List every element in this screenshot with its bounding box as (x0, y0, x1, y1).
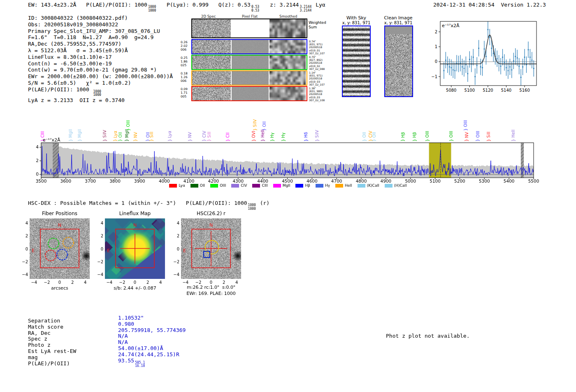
match-value-7: 93.55505.116.18 (118, 358, 186, 368)
data-point (444, 70, 445, 71)
line-label-oii: OII{ (118, 132, 123, 142)
legend-swatch (316, 184, 323, 188)
col-header-pixelflat: Pixel Flat (242, 14, 258, 19)
cutout-2-ytick: 0 (170, 246, 179, 251)
spectrum-xtick: 4300 (232, 179, 244, 183)
cutout-1-ytick: 4 (94, 221, 103, 225)
line-label-ovi: OVI{ (252, 131, 256, 142)
match-label-2: RA, Dec (28, 330, 76, 336)
legend-swatch (252, 184, 260, 188)
legend-swatch (358, 184, 365, 188)
legend-item-Hβ: Hβ (295, 183, 310, 188)
legend-item-OII: OII (190, 183, 205, 188)
data-point (520, 77, 522, 78)
line-label-hγ: Hγ{ (281, 132, 286, 142)
match-label-3: Spec z (28, 336, 76, 342)
cutout-1-xtick: 4 (159, 280, 162, 285)
line-label-oiii: OIII{ (449, 131, 453, 142)
info-line-12: LyA z = 3.2133 OII z = 0.3740 (28, 97, 173, 104)
spectrum-xtick: 3500 (36, 179, 47, 183)
gaussian-fit-curve (440, 35, 537, 64)
qz-value: Q(z): 0.53 (218, 2, 251, 8)
fiber-2d-row-3: 0.09 1.71 0051.38" (831, 980) 20200518 v… (191, 86, 307, 101)
data-point (473, 57, 474, 58)
data-point (447, 64, 448, 65)
data-point (504, 62, 505, 63)
line-label-siiv: SiIV{ (103, 130, 107, 142)
data-point (489, 37, 490, 38)
line-label-hγ: Hγ{ (270, 132, 274, 142)
legend-swatch (335, 184, 343, 188)
data-point (478, 48, 479, 49)
spectrum-xtick: 5400 (504, 179, 515, 183)
info-line-11: P(LAE)/P(OII): 1000 10001000 (28, 86, 173, 97)
line-label-nv: NV{ (134, 132, 138, 142)
line-label-civ: CIV{ (369, 131, 373, 142)
spectrum-xtick: 4700 (331, 179, 342, 183)
cutout-0-ytick: 0 (19, 246, 28, 251)
fiber-row-1-img-2 (269, 56, 306, 69)
fiber-2d-row-1: 0.25 1.86 0250.79" (827, 892) 20200518 v… (191, 55, 307, 70)
legend-swatch (231, 184, 239, 188)
data-point (515, 56, 516, 57)
data-point (522, 66, 523, 67)
data-point (453, 70, 454, 71)
weighted-sum-label: Weighted Sum (309, 21, 332, 29)
cutout-2-xtick: −2 (195, 280, 202, 285)
line-label-oii: OII{ (362, 132, 367, 142)
spectrum-xtick: 5000 (405, 179, 416, 183)
match-label-4: Photo z (28, 342, 76, 348)
full-spectrum-svg (36, 142, 540, 181)
fiber-row-3-img-1 (232, 87, 269, 100)
spectrum-xtick: 4200 (208, 179, 219, 183)
data-point (476, 65, 478, 66)
match-label-7: P(LAE)/P(OII) (28, 361, 76, 367)
cutout-1-ytick: −4 (94, 272, 103, 276)
line-label-hβ: Hβ{ (401, 132, 405, 142)
fiber-row-0-img-1 (232, 40, 269, 53)
cutout-0-xtick: 2 (71, 280, 74, 285)
data-point (533, 68, 534, 69)
fiber-row-3-meta: 1.38" (831, 980) 20200518 v019_03 307_LU… (309, 87, 335, 102)
line-label-nv: NV{ (465, 132, 469, 142)
legend-item-HeII: HeII (335, 183, 352, 188)
fiber-row-2-weights: 0.18 1.26 006 (181, 72, 190, 83)
cutout-1-ytick: 0 (94, 246, 103, 251)
line-label-oiii: OIII{ (476, 131, 480, 142)
hscdex-text: HSC-DEX : Possible Matches = 1 (within +… (28, 200, 176, 206)
info-line-8: Cont(w) = 9.70(±0.00)e-21 (gmag 29.08 *) (28, 67, 173, 73)
info-line-9: EWr = 2000.00(±280.00) (w: 2000.00(±280.… (28, 73, 173, 80)
fiber-xlabel: arcsecs (51, 285, 68, 291)
hscdex-band: (r) (260, 200, 269, 206)
fit-xtick: 5100 (465, 88, 475, 93)
spectrum-xtick: 3700 (85, 179, 96, 183)
col-header-2dspec: 2D Spec (201, 14, 216, 19)
plae-value: P(LAE)/P(OII): 1000 (86, 2, 147, 8)
data-point (456, 63, 458, 64)
fiber-row-1-img-1 (232, 56, 269, 69)
hscdex-fraction: 10001000 (248, 204, 256, 211)
data-point (511, 70, 513, 71)
spectrum-xtick: 4600 (307, 179, 318, 183)
legend-swatch (190, 184, 198, 188)
clean-image (384, 26, 413, 97)
line-label-oii: OII{ (262, 121, 267, 131)
hscdex-summary: HSC-DEX : Possible Matches = 1 (within +… (28, 200, 269, 211)
fiber-row-3-weights: 0.09 1.71 005 (181, 87, 190, 98)
fiber-row-2-img-1 (232, 71, 269, 85)
line-label-siii: SiII{ (207, 132, 211, 142)
data-point (528, 49, 529, 51)
line-label-siiv: SiIV{ (253, 119, 257, 131)
weighted-sum-strip (191, 19, 307, 38)
cutout-0-ytick: −4 (19, 272, 28, 276)
lineflux-map-title: Lineflux Map (119, 211, 151, 216)
spectrum-xtick: 4800 (356, 179, 367, 183)
spectrum-ytick: 0 (30, 172, 39, 176)
line-label-cii: CII{ (226, 132, 230, 142)
line-label-siii: SiII{ (487, 132, 491, 142)
cutout-1-xtick: 2 (146, 280, 149, 285)
spectrum-xtick: 5300 (479, 179, 490, 183)
data-point (482, 67, 483, 68)
match-value-0: 1.10532" (118, 315, 186, 321)
line-label-hδ: Hδ{ (304, 132, 308, 142)
